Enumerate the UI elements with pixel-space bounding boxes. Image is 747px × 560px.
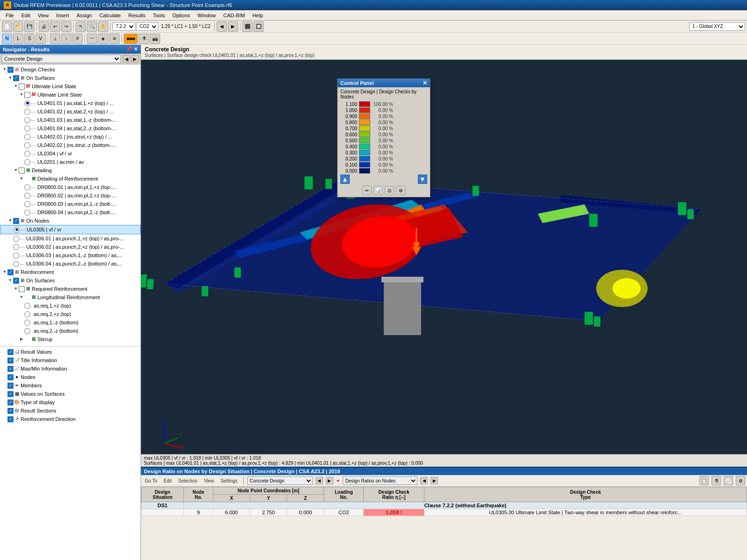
tree-as-req-2bot[interactable]: as,req,2,-z (bottom) (0, 327, 141, 335)
radio-ul040102[interactable] (24, 109, 30, 115)
save-btn[interactable]: 💾 (24, 21, 35, 32)
tree-result-values[interactable]: ▶ 📊 Result Values (0, 348, 141, 356)
tree-dr080002[interactable]: — DR0800.02 | as,min,pl,2,+z (top-... (0, 191, 141, 200)
cb-uls2[interactable] (24, 92, 30, 98)
radio-ul040101[interactable] (24, 100, 30, 106)
menu-tools[interactable]: Tools (149, 12, 169, 19)
tree-on-nodes[interactable]: ▼ ⊞ On Nodes (0, 217, 141, 225)
tree-ul040104[interactable]: — UL0401.04 | as,stat,2,-z (bottom-... (0, 124, 141, 133)
tree-title-info[interactable]: ▶ 📝 Title Information (0, 356, 141, 364)
bp-settings[interactable]: Settings (218, 478, 239, 483)
cb-reinf-direction[interactable] (7, 416, 14, 422)
radio-ul030604[interactable] (13, 261, 19, 267)
menu-assign[interactable]: Assign (73, 12, 96, 19)
cb-on-surfaces-2[interactable] (13, 278, 19, 284)
nav-module-select[interactable]: Concrete Design (2, 55, 121, 63)
menu-help[interactable]: Help (249, 12, 267, 19)
radio-as-req-1top[interactable] (24, 303, 30, 309)
tree-members[interactable]: ▶ ━ Members (0, 381, 141, 390)
tree-on-surfaces-2[interactable]: ▼ ⊞ On Surfaces (0, 276, 141, 285)
cb-title-info[interactable] (7, 357, 14, 364)
render-btn[interactable]: 🔲 (254, 21, 264, 32)
cb-uls[interactable] (19, 84, 25, 90)
cb-reinforcement[interactable] (7, 269, 14, 275)
menu-cad-bim[interactable]: CAD-BIM (219, 12, 248, 19)
lines-btn[interactable]: L (13, 34, 23, 44)
tree-on-surfaces-1[interactable]: ▼ ⊞ On Surfaces (0, 74, 141, 82)
tree-detailing[interactable]: ▼ ⊞ Detailing (0, 166, 141, 175)
colorbar-btn[interactable]: ■■■ (124, 34, 138, 44)
tree-reinf-direction[interactable]: ▶ ↗ Reinforcement Direction (0, 415, 141, 423)
cb-design-checks[interactable] (7, 67, 14, 73)
radio-ul040201[interactable] (24, 134, 30, 140)
cb-values-surfaces[interactable] (7, 391, 14, 397)
tree-as-req-1bot[interactable]: as,req,1,-z (bottom) (0, 318, 141, 327)
menu-calculate[interactable]: Calculate (96, 12, 125, 19)
stress-btn[interactable]: ◈ (98, 34, 108, 44)
bp-filter-btn[interactable]: ⚗ (712, 476, 721, 485)
tree-ul040202[interactable]: — UL0402.02 | |ns,strut,-z (bottom-... (0, 141, 141, 149)
pan-btn[interactable]: ✋ (98, 21, 108, 32)
isolines-btn[interactable]: ≋ (109, 34, 120, 44)
surfs-btn[interactable]: S (24, 34, 35, 44)
nav-prev-btn[interactable]: ◀ (123, 55, 130, 63)
tree-stirrup[interactable]: ▶ ⊞ Stirrup (0, 335, 141, 343)
screenshot-btn[interactable]: 📸 (150, 34, 160, 44)
loads-btn[interactable]: ↓ (61, 34, 71, 44)
tree-detailing-reinf[interactable]: ▼ ⊞ Detailing of Reinforcement (0, 175, 141, 183)
radio-dr080003[interactable] (24, 201, 30, 207)
filter-btn[interactable]: ⚗ (139, 34, 149, 44)
cp-arrow-down-btn[interactable]: ▼ (418, 175, 427, 184)
cp-arrow-up-btn[interactable]: ▲ (340, 175, 350, 184)
tree-as-req-1top[interactable]: as,req,1,+z (top) (0, 301, 141, 310)
menu-window[interactable]: Window (194, 12, 219, 19)
bp-edit[interactable]: Edit (162, 478, 174, 483)
radio-dr080004[interactable] (24, 210, 30, 216)
cb-detailing[interactable] (19, 168, 25, 174)
coord-combo[interactable]: 1 - Global XYZ (689, 22, 745, 31)
open-btn[interactable]: 📂 (13, 21, 23, 32)
bp-export-btn[interactable]: 📋 (699, 476, 709, 485)
new-btn[interactable]: 📄 (2, 21, 12, 32)
radio-ul040103[interactable] (24, 117, 30, 123)
tree-ul030602[interactable]: — UL0306.02 | as,punch,2,+z (top) / as,p… (0, 243, 141, 251)
radio-as-req-2bot[interactable] (24, 328, 30, 334)
cb-maxmin-info[interactable] (7, 366, 14, 372)
view-area[interactable]: Z X Y Control Panel ✕ Concrete Design | … (141, 60, 747, 467)
radio-ul0305[interactable] (14, 227, 20, 233)
select-btn[interactable]: ↖ (76, 21, 86, 32)
nav-next-btn[interactable]: ▶ (131, 55, 139, 63)
tree-ul030601[interactable]: — UL0306.01 | as,punch,1,+z (top) / as,p… (0, 234, 141, 243)
prev-btn[interactable]: ◀ (217, 21, 227, 32)
tree-design-checks[interactable]: ▼ ⊞ Design Checks (0, 65, 141, 74)
bp-next2-btn[interactable]: ▶ (430, 477, 438, 484)
tree-uls[interactable]: ▼ M Ultimate Limit State (0, 82, 141, 91)
radio-ul030601[interactable] (13, 236, 19, 242)
tree-dr080001[interactable]: — DR0800.01 | as,min,pl,1,+z (top-... (0, 183, 141, 191)
bp-settings2-btn[interactable]: ⚙ (736, 476, 745, 485)
nodes-btn[interactable]: N (2, 34, 12, 44)
tree-dr080004[interactable]: — DR0800.04 | as,min,pl,2,-z (bott-... (0, 208, 141, 217)
cb-type-of-display[interactable] (7, 399, 14, 406)
cb-members[interactable] (7, 383, 14, 389)
tree-maxmin-info[interactable]: ▶ 📈 Max/Min Information (0, 364, 141, 373)
radio-ul0304[interactable] (24, 151, 30, 157)
nav-close-btn[interactable]: ✕ (134, 46, 138, 52)
cp-tb-display[interactable]: 📊 (374, 186, 383, 195)
tree-uls2[interactable]: ▼ M Ultimate Limit State (0, 91, 141, 99)
bp-table-area[interactable]: DesignSituation NodeNo. Node Point Coord… (141, 487, 747, 560)
tree-type-of-display[interactable]: ▶ 🎨 Type of display (0, 398, 141, 406)
bp-selection[interactable]: Selection (176, 478, 199, 483)
view3d-btn[interactable]: ⬛ (242, 21, 253, 32)
radio-ul040202[interactable] (24, 142, 30, 148)
cp-tb-edit[interactable]: ✏ (362, 186, 372, 195)
co-combo[interactable]: CO2 (136, 22, 158, 31)
bp-module-combo[interactable]: Concrete Design (247, 476, 313, 485)
tree-ul040102[interactable]: — UL0401.02 | as,stat,2,+z (top) / ... (0, 107, 141, 116)
cb-nodes[interactable] (7, 374, 14, 380)
solids-btn[interactable]: V (35, 34, 46, 44)
cp-tb-settings[interactable]: ⚙ (396, 186, 405, 195)
tree-ul040103[interactable]: — UL0401.03 | as,stat,1,-z (bottom-... (0, 116, 141, 124)
cb-result-sections[interactable] (7, 408, 14, 414)
radio-ul030603[interactable] (13, 252, 19, 259)
